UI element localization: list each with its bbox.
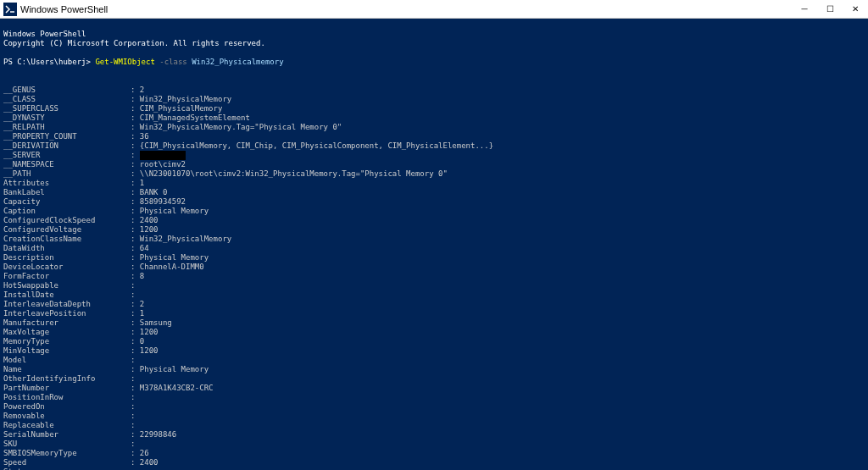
output-row: Replaceable: — [3, 421, 865, 430]
output-value: root\cimv2 — [140, 160, 186, 169]
redacted-span — [140, 151, 186, 160]
titlebar: Windows PowerShell ─ ☐ ✕ — [0, 0, 868, 19]
output-value: 36 — [140, 132, 149, 141]
output-row: __GENUS: 2 — [3, 86, 865, 95]
output-row: ConfiguredClockSpeed: 2400 — [3, 216, 865, 225]
output-key: SKU — [3, 440, 131, 449]
output-key: __RELPATH — [3, 123, 131, 132]
output-value: 2 — [140, 86, 144, 95]
output-value: ChannelA-DIMM0 — [140, 263, 204, 272]
output-row: Capacity: 8589934592 — [3, 197, 865, 207]
output-row: Caption: Physical Memory — [3, 207, 865, 216]
output-key: MemoryType — [3, 337, 131, 346]
output-value: {CIM_PhysicalMemory, CIM_Chip, CIM_Physi… — [140, 141, 493, 151]
output-row: InstallDate: — [3, 290, 865, 300]
output-key: Speed — [3, 458, 131, 467]
output-value: 1 — [140, 309, 144, 318]
output-value: M378A1K43CB2-CRC — [140, 384, 214, 393]
output-value — [140, 151, 186, 160]
prompt-prefix: PS C:\Users\huberj> — [3, 58, 91, 66]
output-key: PositionInRow — [3, 393, 131, 402]
output-row: __PROPERTY_COUNT: 36 — [3, 132, 865, 141]
output-key: Removable — [3, 412, 131, 421]
minimize-button[interactable]: ─ — [792, 0, 817, 19]
output-value: Win32_PhysicalMemory — [140, 95, 231, 104]
output-key: Capacity — [3, 197, 131, 207]
output-key: Description — [3, 253, 131, 263]
output-key: HotSwappable — [3, 281, 131, 290]
output-row: __SUPERCLASS: CIM_PhysicalMemory — [3, 104, 865, 113]
output-row: CreationClassName: Win32_PhysicalMemory — [3, 235, 865, 244]
output-value: Win32_PhysicalMemory — [140, 235, 231, 244]
output-row: OtherIdentifyingInfo: — [3, 374, 865, 384]
output-key: Caption — [3, 207, 131, 216]
output-key: Name — [3, 365, 131, 374]
output-value: Samsung — [140, 318, 172, 328]
output-key: InstallDate — [3, 290, 131, 300]
output-key: CreationClassName — [3, 235, 131, 244]
output-row: __PATH: \\N23001070\root\cimv2:Win32_Phy… — [3, 169, 865, 179]
output-value: 2400 — [140, 458, 159, 467]
output-key: InterleaveDataDepth — [3, 300, 131, 309]
prompt-flag: -class — [159, 58, 187, 66]
output-key: BankLabel — [3, 188, 131, 197]
close-button[interactable]: ✕ — [843, 0, 868, 19]
output-key: ConfiguredVoltage — [3, 225, 131, 235]
output-row: SKU: — [3, 440, 865, 449]
prompt-arg: Win32_Physicalmemory — [192, 58, 283, 66]
output-row: __SERVER: — [3, 151, 865, 160]
output-row: __NAMESPACE: root\cimv2 — [3, 160, 865, 169]
output-value: BANK 0 — [140, 188, 168, 197]
output-key: SerialNumber — [3, 430, 131, 440]
output-row: __DYNASTY: CIM_ManagedSystemElement — [3, 113, 865, 123]
output-key: __CLASS — [3, 95, 131, 104]
output-row: MinVoltage: 1200 — [3, 346, 865, 356]
output-key: PartNumber — [3, 384, 131, 393]
output-row: __RELPATH: Win32_PhysicalMemory.Tag="Phy… — [3, 123, 865, 132]
output-value: \\N23001070\root\cimv2:Win32_PhysicalMem… — [140, 169, 448, 179]
output-key: __PATH — [3, 169, 131, 179]
output-row: PartNumber: M378A1K43CB2-CRC — [3, 384, 865, 393]
output-value: 0 — [140, 337, 144, 346]
output-key: __NAMESPACE — [3, 160, 131, 169]
output-row: DataWidth: 64 — [3, 244, 865, 253]
output-value: Physical Memory — [140, 365, 209, 374]
output-key: PoweredOn — [3, 402, 131, 412]
output-row: PoweredOn: — [3, 402, 865, 412]
output-key: __SUPERCLASS — [3, 104, 131, 113]
console-output[interactable]: Windows PowerShell Copyright (C) Microso… — [0, 19, 868, 470]
output-value: 1 — [140, 179, 144, 188]
output-row: MaxVoltage: 1200 — [3, 328, 865, 337]
output-value: 1200 — [140, 346, 159, 356]
output-value: 22998846 — [140, 430, 176, 440]
output-key: Attributes — [3, 179, 131, 188]
output-key: OtherIdentifyingInfo — [3, 374, 131, 384]
output-key: DeviceLocator — [3, 263, 131, 272]
output-value: 64 — [140, 244, 149, 253]
output-value: 1200 — [140, 328, 159, 337]
output-value: 2 — [140, 300, 144, 309]
output-row: Attributes: 1 — [3, 179, 865, 188]
output-key: InterleavePosition — [3, 309, 131, 318]
output-row: SerialNumber: 22998846 — [3, 430, 865, 440]
output-key: FormFactor — [3, 272, 131, 281]
output-key: Model — [3, 356, 131, 365]
output-key: MinVoltage — [3, 346, 131, 356]
output-value: 8589934592 — [140, 197, 186, 207]
output-value: 8 — [140, 272, 144, 281]
output-key: Replaceable — [3, 421, 131, 430]
output-row: Name: Physical Memory — [3, 365, 865, 374]
output-row: BankLabel: BANK 0 — [3, 188, 865, 197]
output-key: Manufacturer — [3, 318, 131, 328]
output-key: __DYNASTY — [3, 113, 131, 123]
window-title: Windows PowerShell — [20, 4, 792, 14]
output-row: Manufacturer: Samsung — [3, 318, 865, 328]
output-row: InterleavePosition: 1 — [3, 309, 865, 318]
output-key: __SERVER — [3, 151, 131, 160]
output-key: DataWidth — [3, 244, 131, 253]
output-row: MemoryType: 0 — [3, 337, 865, 346]
maximize-button[interactable]: ☐ — [817, 0, 843, 19]
output-row: Speed: 2400 — [3, 458, 865, 467]
powershell-icon — [3, 3, 17, 16]
output-block-0: __GENUS: 2__CLASS: Win32_PhysicalMemory_… — [3, 86, 865, 470]
